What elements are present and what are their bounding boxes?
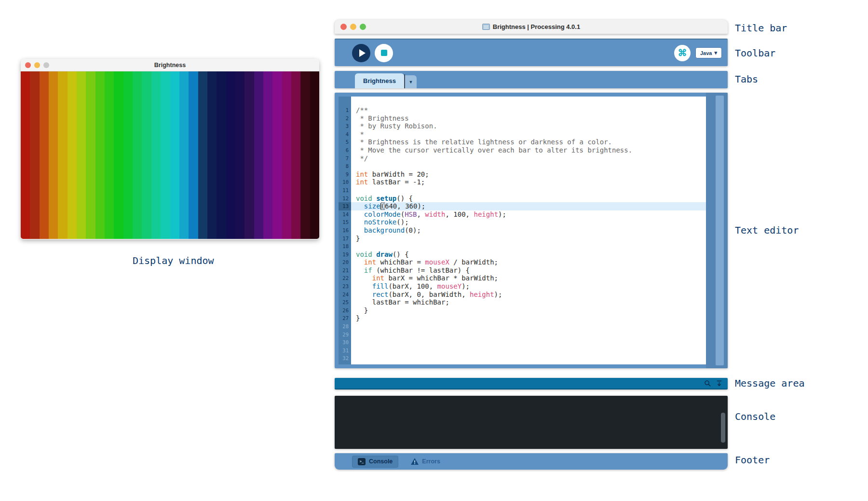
code-text — [351, 322, 706, 331]
color-bar-1 — [21, 71, 30, 239]
line-number: 21 — [339, 266, 351, 275]
code-line[interactable]: 23 fill(barX, 100, mouseY); — [339, 282, 706, 291]
errors-tab-label: Errors — [422, 458, 440, 465]
code-text: rect(barX, 0, barWidth, height); — [351, 291, 706, 299]
line-number: 24 — [339, 291, 351, 299]
scroll-to-bottom-icon[interactable] — [716, 380, 723, 387]
code-line[interactable]: 22 int barX = whichBar * barWidth; — [339, 274, 706, 282]
line-number: 19 — [339, 250, 351, 259]
color-bar-3 — [40, 71, 49, 239]
code-line[interactable]: 28 — [339, 322, 706, 331]
warning-icon — [411, 458, 419, 465]
code-line[interactable]: 25 lastBar = whichBar; — [339, 298, 706, 306]
tab-menu-button[interactable]: ▼ — [405, 75, 417, 88]
line-number: 30 — [339, 338, 351, 347]
mode-label: Java — [700, 50, 712, 56]
annotation-toolbar: Toolbar — [735, 47, 775, 59]
debug-icon: ⌘ — [678, 48, 687, 57]
mode-selector-button[interactable]: Java ▾ — [695, 47, 722, 58]
stop-button[interactable] — [375, 44, 393, 62]
code-line[interactable]: 3 * by Rusty Robison. — [339, 122, 706, 130]
color-bar-7 — [77, 71, 86, 239]
color-bar-23 — [226, 71, 235, 239]
code-line[interactable]: 21 if (whichBar != lastBar) { — [339, 266, 706, 275]
code-text: * by Rusty Robison. — [351, 122, 706, 130]
color-bar-4 — [49, 71, 58, 239]
code-line[interactable]: 13 size(640, 360); — [339, 202, 706, 210]
annotation-title-bar: Title bar — [735, 22, 787, 34]
ide-footer: >_ Console Errors — [335, 453, 728, 470]
run-button[interactable] — [352, 44, 370, 62]
tab-brightness[interactable]: Brightness — [355, 73, 404, 88]
code-text — [351, 338, 706, 347]
ide-toolbar: ⌘ Java ▾ — [335, 39, 728, 66]
color-bar-20 — [198, 71, 207, 239]
code-line[interactable]: 20 int whichBar = mouseX / barWidth; — [339, 258, 706, 266]
line-number: 8 — [339, 162, 351, 170]
code-line[interactable]: 31 — [339, 347, 706, 355]
code-line[interactable]: 5 * Brightness is the relative lightness… — [339, 138, 706, 146]
color-bar-16 — [161, 71, 170, 239]
code-line[interactable]: 26 } — [339, 306, 706, 315]
search-icon[interactable] — [704, 380, 711, 387]
code-line[interactable]: 19void draw() { — [339, 250, 706, 259]
code-line[interactable]: 10int lastBar = -1; — [339, 178, 706, 186]
console-tab-label: Console — [369, 458, 393, 465]
text-editor[interactable]: 1/**2 * Brightness3 * by Rusty Robison.4… — [335, 93, 728, 368]
code-text: * Brightness is the relative lightness o… — [351, 138, 706, 146]
code-line[interactable]: 16 background(0); — [339, 226, 706, 235]
ide-tab-bar: Brightness ▼ — [335, 71, 728, 88]
line-number: 14 — [339, 210, 351, 219]
code-line[interactable]: 2 * Brightness — [339, 114, 706, 123]
color-bar-22 — [217, 71, 226, 239]
code-line[interactable]: 14 colorMode(HSB, width, 100, height); — [339, 210, 706, 219]
code-text: } — [351, 306, 706, 315]
code-text — [351, 186, 706, 195]
color-bar-19 — [189, 71, 198, 239]
code-line[interactable]: 7 */ — [339, 154, 706, 163]
color-bar-17 — [170, 71, 179, 239]
line-number: 26 — [339, 306, 351, 315]
code-line[interactable]: 27} — [339, 314, 706, 322]
line-number: 18 — [339, 242, 351, 250]
console-scrollbar-thumb[interactable] — [721, 413, 725, 443]
code-line[interactable]: 18 — [339, 242, 706, 250]
editor-scrollbar-thumb[interactable] — [716, 96, 724, 365]
line-number: 4 — [339, 130, 351, 139]
footer-tab-errors[interactable]: Errors — [411, 458, 440, 465]
footer-tab-console[interactable]: >_ Console — [352, 456, 398, 468]
color-bar-10 — [105, 71, 114, 239]
code-text: * Brightness — [351, 114, 706, 123]
code-line[interactable]: 11 — [339, 186, 706, 195]
code-line[interactable]: 17} — [339, 235, 706, 243]
code-line[interactable]: 6 * Move the cursor vertically over each… — [339, 146, 706, 154]
display-window-titlebar: Brightness — [21, 59, 319, 71]
stop-icon — [381, 50, 387, 56]
color-bar-12 — [123, 71, 133, 239]
code-line[interactable]: 32 — [339, 354, 706, 362]
line-number: 2 — [339, 114, 351, 123]
chevron-down-icon: ▾ — [714, 50, 717, 56]
code-text: int whichBar = mouseX / barWidth; — [351, 258, 706, 266]
sketch-canvas — [21, 71, 319, 239]
code-text: if (whichBar != lastBar) { — [351, 266, 706, 275]
code-text: background(0); — [351, 226, 706, 235]
code-line[interactable]: 30 — [339, 338, 706, 347]
code-line[interactable]: 15 noStroke(); — [339, 218, 706, 226]
debug-button[interactable]: ⌘ — [674, 45, 691, 61]
display-window: Brightness — [21, 59, 319, 239]
code-line[interactable]: 29 — [339, 331, 706, 339]
code-line[interactable]: 24 rect(barX, 0, barWidth, height); — [339, 291, 706, 299]
code-line[interactable]: 1/** — [339, 106, 706, 114]
line-number: 16 — [339, 226, 351, 235]
code-line[interactable]: 9int barWidth = 20; — [339, 170, 706, 179]
code-area[interactable]: 1/**2 * Brightness3 * by Rusty Robison.4… — [339, 97, 706, 364]
code-line[interactable]: 8 — [339, 162, 706, 170]
line-number: 9 — [339, 170, 351, 179]
code-line[interactable]: 12void setup() { — [339, 195, 706, 203]
line-number: 23 — [339, 282, 351, 291]
code-text: } — [351, 235, 706, 243]
editor-scrollbar-track[interactable] — [706, 93, 728, 368]
color-bar-32 — [310, 71, 319, 239]
code-line[interactable]: 4 * — [339, 130, 706, 139]
